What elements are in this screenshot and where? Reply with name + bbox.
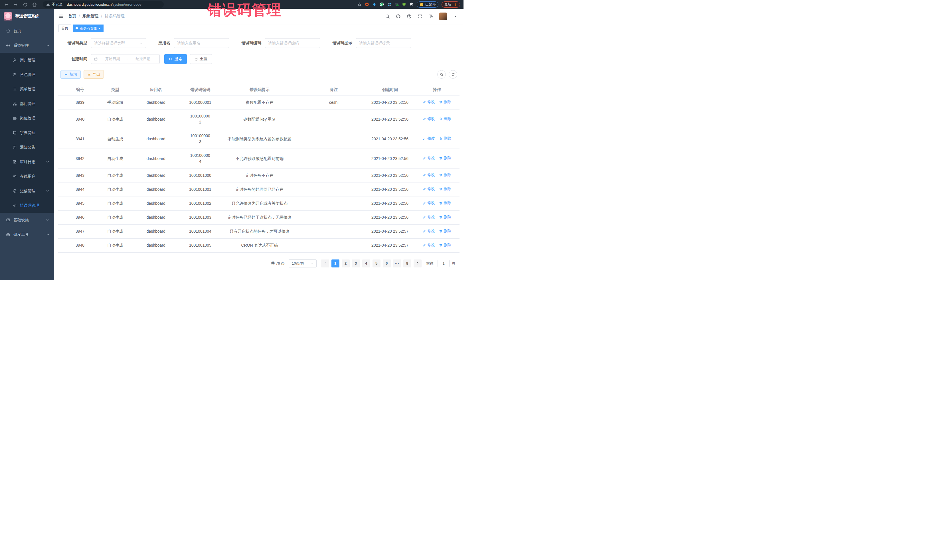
column-header[interactable]: 创建时间 xyxy=(365,84,414,96)
edit-link[interactable]: 修改 xyxy=(423,136,435,141)
sidebar-menu-item[interactable]: 用户管理 xyxy=(0,53,54,67)
extension-grid-icon[interactable] xyxy=(387,2,391,6)
extension-orange-ring-icon[interactable] xyxy=(365,2,369,6)
table-row[interactable]: 3948 自动生成 dashboard 1001001005 CRON 表达式不… xyxy=(58,238,459,252)
search-icon[interactable] xyxy=(385,14,390,19)
edit-link[interactable]: 修改 xyxy=(423,99,435,105)
filter-input-field[interactable] xyxy=(359,41,408,46)
app-logo[interactable]: 芋道管理系统 xyxy=(0,9,54,24)
sidebar-menu-item[interactable]: 在线用户 xyxy=(0,169,54,184)
table-row[interactable]: 3943 自动生成 dashboard 1001001000 定时任务不存在 2… xyxy=(58,168,459,182)
delete-link[interactable]: 删除 xyxy=(439,228,451,234)
tab-close-icon[interactable]: × xyxy=(99,27,101,30)
sidebar-menu-item[interactable]: 通知公告 xyxy=(0,140,54,155)
page-size-select[interactable]: 10条/页 xyxy=(289,260,317,267)
sidebar-menu-item[interactable]: 部门管理 xyxy=(0,96,54,111)
sidebar-menu-item[interactable]: 审计日志 xyxy=(0,155,54,169)
filter-input[interactable] xyxy=(356,38,411,48)
add-button[interactable]: 新增 xyxy=(61,70,81,79)
next-page-button[interactable] xyxy=(413,260,422,267)
breadcrumb-item[interactable]: 系统管理 xyxy=(82,14,99,19)
breadcrumb-item[interactable]: 错误码管理 xyxy=(105,14,125,19)
kebab-menu-icon[interactable] xyxy=(453,3,457,6)
table-row[interactable]: 3942 自动生成 dashboard 100100000 4 不允许获取敏感配… xyxy=(58,149,459,168)
page-button[interactable]: ··· xyxy=(393,260,401,267)
column-header[interactable]: 操作 xyxy=(415,84,459,96)
page-button[interactable]: 2 xyxy=(342,260,350,267)
show-search-button[interactable] xyxy=(437,70,446,79)
goto-page-input[interactable] xyxy=(438,260,450,267)
view-tab[interactable]: 首页 xyxy=(58,24,71,32)
filter-input-field[interactable] xyxy=(268,41,317,46)
edit-link[interactable]: 修改 xyxy=(423,214,435,220)
browser-reload-icon[interactable] xyxy=(23,2,27,7)
delete-link[interactable]: 删除 xyxy=(439,186,451,192)
sidebar-menu-item[interactable]: 系统管理 xyxy=(0,38,54,53)
user-avatar[interactable] xyxy=(439,12,447,20)
edit-link[interactable]: 修改 xyxy=(423,228,435,234)
page-button[interactable]: 8 xyxy=(403,260,411,267)
table-row[interactable]: 3939 手动编辑 dashboard 1001000001 参数配置不存在 c… xyxy=(58,96,459,109)
help-icon[interactable] xyxy=(407,14,412,19)
browser-back-icon[interactable] xyxy=(4,2,9,7)
page-button[interactable]: 3 xyxy=(352,260,360,267)
filter-input[interactable] xyxy=(265,38,320,48)
sidebar-menu-item[interactable]: 岗位管理 xyxy=(0,111,54,126)
delete-link[interactable]: 删除 xyxy=(439,99,451,105)
extension-list-on-icon[interactable]: on xyxy=(395,2,399,6)
delete-link[interactable]: 删除 xyxy=(439,116,451,122)
edit-link[interactable]: 修改 xyxy=(423,116,435,122)
font-size-icon[interactable] xyxy=(429,14,433,19)
date-range-picker[interactable]: 开始日期 - 结束日期 xyxy=(91,54,160,64)
table-row[interactable]: 3946 自动生成 dashboard 1001001003 定时任务已经处于该… xyxy=(58,211,459,225)
edit-link[interactable]: 修改 xyxy=(423,172,435,178)
sidebar-menu-item[interactable]: 错误码管理 xyxy=(0,198,54,213)
page-button[interactable]: 6 xyxy=(383,260,391,267)
sidebar-menu-item[interactable]: 基础设施 xyxy=(0,213,54,227)
delete-link[interactable]: 删除 xyxy=(439,172,451,178)
delete-link[interactable]: 删除 xyxy=(439,214,451,220)
prev-page-button[interactable] xyxy=(321,260,329,267)
column-header[interactable]: 错误码提示 xyxy=(217,84,302,96)
caret-down-icon[interactable] xyxy=(453,14,458,19)
sidebar-menu-item[interactable]: 菜单管理 xyxy=(0,82,54,96)
extension-gem-icon[interactable] xyxy=(372,2,377,6)
delete-link[interactable]: 删除 xyxy=(439,155,451,161)
sidebar-menu-item[interactable]: 首页 xyxy=(0,24,54,38)
search-button[interactable]: 搜索 xyxy=(164,54,187,64)
page-button[interactable]: 4 xyxy=(362,260,370,267)
edit-link[interactable]: 修改 xyxy=(423,200,435,206)
address-bar[interactable]: 不安全 dashboard.yudao.iocoder.cn/system/er… xyxy=(43,1,164,8)
column-header[interactable]: 应用名 xyxy=(129,84,183,96)
edit-link[interactable]: 修改 xyxy=(423,186,435,192)
column-header[interactable]: 错误码编码 xyxy=(183,84,217,96)
extension-y-icon[interactable]: y xyxy=(380,2,384,6)
extensions-puzzle-icon[interactable] xyxy=(409,2,413,6)
page-button[interactable]: 1 xyxy=(331,260,339,267)
column-header[interactable]: 备注 xyxy=(302,84,365,96)
date-start-input[interactable]: 开始日期 xyxy=(99,56,126,62)
column-header[interactable]: 编号 xyxy=(58,84,102,96)
table-row[interactable]: 3941 自动生成 dashboard 100100000 3 不能删除类型为系… xyxy=(58,129,459,149)
hamburger-icon[interactable] xyxy=(58,14,64,19)
edit-link[interactable]: 修改 xyxy=(423,242,435,248)
profile-paused-chip[interactable]: 已暂停 xyxy=(417,2,438,8)
github-icon[interactable] xyxy=(396,14,401,19)
refresh-table-button[interactable] xyxy=(449,70,457,79)
filter-input[interactable] xyxy=(91,38,146,48)
delete-link[interactable]: 删除 xyxy=(439,200,451,206)
table-row[interactable]: 3940 自动生成 dashboard 100100000 2 参数配置 key… xyxy=(58,109,459,129)
sidebar-menu-item[interactable]: 研发工具 xyxy=(0,227,54,242)
view-tab[interactable]: 错误码管理 × xyxy=(73,24,103,32)
browser-forward-icon[interactable] xyxy=(14,2,18,7)
table-row[interactable]: 3947 自动生成 dashboard 1001001004 只有开启状态的任务… xyxy=(58,225,459,238)
filter-input[interactable] xyxy=(174,38,229,48)
export-button[interactable]: 导出 xyxy=(84,70,104,79)
edit-link[interactable]: 修改 xyxy=(423,155,435,161)
extension-frog-icon[interactable] xyxy=(402,2,406,6)
bookmark-star-icon[interactable] xyxy=(357,2,362,6)
browser-home-icon[interactable] xyxy=(32,2,37,7)
filter-input-field[interactable] xyxy=(177,41,226,46)
delete-link[interactable]: 删除 xyxy=(439,242,451,248)
browser-update-button[interactable]: 更新 xyxy=(442,2,460,8)
